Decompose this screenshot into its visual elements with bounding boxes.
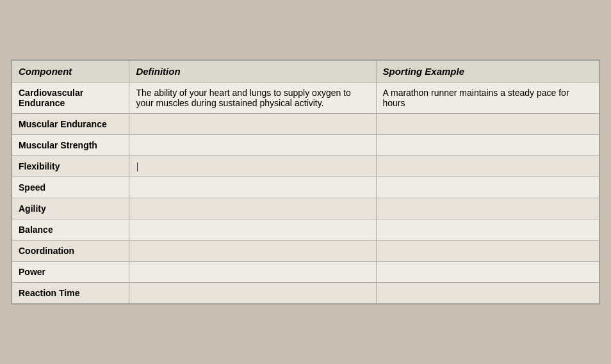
table-row: Coordination [12,241,599,262]
cell-definition[interactable] [129,177,376,198]
table-row: Reaction Time [12,283,599,304]
cell-definition[interactable] [129,155,376,177]
table-row: Flexibility [12,155,599,177]
cell-example[interactable] [376,198,599,219]
cell-component: Muscular Endurance [12,113,129,134]
cell-example[interactable] [376,241,599,262]
table-row: Cardiovascular EnduranceThe ability of y… [12,82,599,113]
cell-component: Flexibility [12,155,129,177]
table-header-row: Component Definition Sporting Example [12,60,599,82]
table-row: Agility [12,198,599,219]
cell-component: Muscular Strength [12,134,129,155]
cell-example[interactable]: A marathon runner maintains a steady pac… [376,82,599,113]
cell-component: Reaction Time [12,283,129,304]
table-body: Cardiovascular EnduranceThe ability of y… [12,82,599,303]
cell-component: Coordination [12,241,129,262]
cell-definition[interactable] [129,198,376,219]
cell-component: Power [12,262,129,283]
header-definition: Definition [129,60,376,82]
table-row: Muscular Endurance [12,113,599,134]
cell-definition[interactable] [129,113,376,134]
cell-component: Speed [12,177,129,198]
table-row: Muscular Strength [12,134,599,155]
fitness-components-table: Component Definition Sporting Example Ca… [12,60,599,304]
table-row: Speed [12,177,599,198]
text-cursor [137,162,138,171]
cell-definition[interactable] [129,134,376,155]
header-example: Sporting Example [376,60,599,82]
cell-example[interactable] [376,134,599,155]
cell-example[interactable] [376,219,599,241]
cell-example[interactable] [376,283,599,304]
cell-example[interactable] [376,113,599,134]
cell-definition[interactable] [129,241,376,262]
cell-example[interactable] [376,155,599,177]
cell-component: Agility [12,198,129,219]
cell-definition[interactable] [129,262,376,283]
cell-definition[interactable] [129,283,376,304]
table-row: Power [12,262,599,283]
header-component: Component [12,60,129,82]
cell-component: Balance [12,219,129,241]
table-row: Balance [12,219,599,241]
table-container: Component Definition Sporting Example Ca… [11,59,600,305]
cell-definition[interactable]: The ability of your heart and lungs to s… [129,82,376,113]
cell-example[interactable] [376,177,599,198]
cell-component: Cardiovascular Endurance [12,82,129,113]
cell-example[interactable] [376,262,599,283]
cell-definition[interactable] [129,219,376,241]
